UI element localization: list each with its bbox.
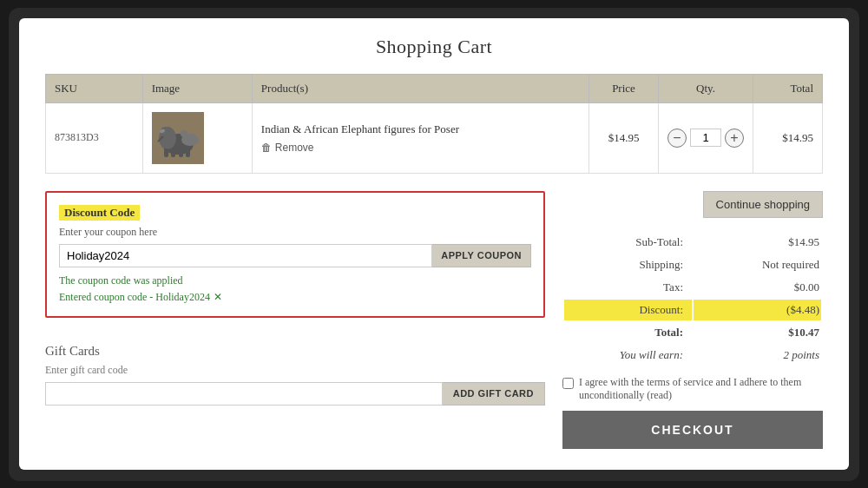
product-image bbox=[152, 112, 204, 164]
terms-text: I agree with the terms of service and I … bbox=[579, 376, 823, 402]
coupon-success-message: The coupon code was applied bbox=[59, 274, 531, 287]
shipping-row: Shipping: Not required bbox=[564, 254, 821, 275]
discount-label: Enter your coupon here bbox=[59, 226, 531, 239]
table-row: 873813D3 bbox=[46, 102, 823, 173]
image-cell bbox=[142, 102, 252, 173]
shipping-label: Shipping: bbox=[564, 254, 692, 275]
product-image-svg bbox=[154, 114, 202, 162]
total-cell: $14.95 bbox=[753, 102, 823, 173]
earn-value: 2 points bbox=[694, 345, 821, 366]
discount-input[interactable] bbox=[59, 244, 432, 267]
inner-frame: Shopping Cart SKU Image Product(s) Price… bbox=[19, 18, 849, 470]
qty-input[interactable] bbox=[690, 129, 721, 147]
col-sku: SKU bbox=[46, 74, 143, 102]
gift-section: Gift Cards Enter gift card code ADD GIFT… bbox=[45, 332, 545, 418]
subtotal-value: $14.95 bbox=[694, 232, 821, 253]
price-cell: $14.95 bbox=[589, 102, 659, 173]
col-product: Product(s) bbox=[252, 74, 589, 102]
discount-value-cell: ($4.48) bbox=[694, 300, 821, 320]
checkout-button[interactable]: CHECKOUT bbox=[562, 411, 823, 449]
earn-label: You will earn: bbox=[564, 345, 692, 366]
col-total: Total bbox=[753, 74, 823, 102]
tax-label: Tax: bbox=[564, 277, 692, 298]
svg-rect-6 bbox=[179, 148, 183, 157]
product-name: Indian & African Elephant figures for Po… bbox=[261, 122, 580, 136]
subtotal-label: Sub-Total: bbox=[564, 232, 692, 253]
col-image: Image bbox=[142, 74, 252, 102]
outer-frame: Shopping Cart SKU Image Product(s) Price… bbox=[9, 8, 859, 481]
total-label: Total: bbox=[564, 322, 692, 343]
cart-table: SKU Image Product(s) Price Qty. Total 87… bbox=[45, 74, 823, 174]
tax-row: Tax: $0.00 bbox=[564, 277, 821, 298]
add-gift-button[interactable]: ADD GIFT CARD bbox=[443, 382, 545, 406]
col-qty: Qty. bbox=[659, 74, 753, 102]
gift-input[interactable] bbox=[45, 382, 443, 406]
coupon-applied-text: Entered coupon code - Holiday2024 bbox=[59, 291, 210, 304]
apply-coupon-button[interactable]: APPLY COUPON bbox=[432, 244, 531, 267]
svg-rect-4 bbox=[164, 148, 168, 157]
qty-increase-button[interactable]: + bbox=[725, 129, 744, 148]
product-cell: Indian & African Elephant figures for Po… bbox=[252, 102, 589, 173]
continue-btn-wrapper: Continue shopping bbox=[562, 191, 823, 218]
coupon-applied-row: Entered coupon code - Holiday2024 ✕ bbox=[59, 291, 531, 304]
total-row: Total: $10.47 bbox=[564, 322, 821, 343]
continue-shopping-button[interactable]: Continue shopping bbox=[703, 191, 823, 218]
page-title: Shopping Cart bbox=[45, 36, 823, 58]
col-price: Price bbox=[589, 74, 659, 102]
qty-control: − + bbox=[667, 129, 744, 148]
gift-input-row: ADD GIFT CARD bbox=[45, 382, 545, 406]
discount-row: Discount: ($4.48) bbox=[564, 300, 821, 320]
coupon-remove-button[interactable]: ✕ bbox=[214, 291, 222, 304]
svg-rect-7 bbox=[186, 148, 190, 157]
bottom-area: Discount Code Enter your coupon here APP… bbox=[45, 191, 823, 449]
tax-value: $0.00 bbox=[694, 277, 821, 298]
discount-input-row: APPLY COUPON bbox=[59, 244, 531, 267]
earn-row: You will earn: 2 points bbox=[564, 345, 821, 366]
summary-table: Sub-Total: $14.95 Shipping: Not required… bbox=[562, 230, 823, 367]
discount-label-cell: Discount: bbox=[564, 300, 692, 320]
terms-area: I agree with the terms of service and I … bbox=[562, 376, 823, 402]
discount-section: Discount Code Enter your coupon here APP… bbox=[45, 191, 545, 318]
svg-point-11 bbox=[181, 130, 187, 137]
discount-title: Discount Code bbox=[59, 205, 140, 221]
qty-decrease-button[interactable]: − bbox=[667, 129, 687, 148]
gift-label: Enter gift card code bbox=[45, 364, 545, 377]
total-value: $10.47 bbox=[694, 322, 821, 343]
remove-button[interactable]: 🗑 Remove bbox=[261, 142, 314, 154]
terms-checkbox[interactable] bbox=[562, 378, 574, 389]
sku-cell: 873813D3 bbox=[46, 102, 143, 173]
qty-cell: − + bbox=[659, 102, 753, 173]
trash-icon: 🗑 bbox=[261, 142, 272, 154]
svg-rect-5 bbox=[171, 148, 175, 157]
subtotal-row: Sub-Total: $14.95 bbox=[564, 232, 821, 253]
gift-title: Gift Cards bbox=[45, 344, 545, 359]
left-panel: Discount Code Enter your coupon here APP… bbox=[45, 191, 545, 449]
right-panel: Continue shopping Sub-Total: $14.95 Ship… bbox=[562, 191, 823, 449]
shipping-value: Not required bbox=[694, 254, 821, 275]
